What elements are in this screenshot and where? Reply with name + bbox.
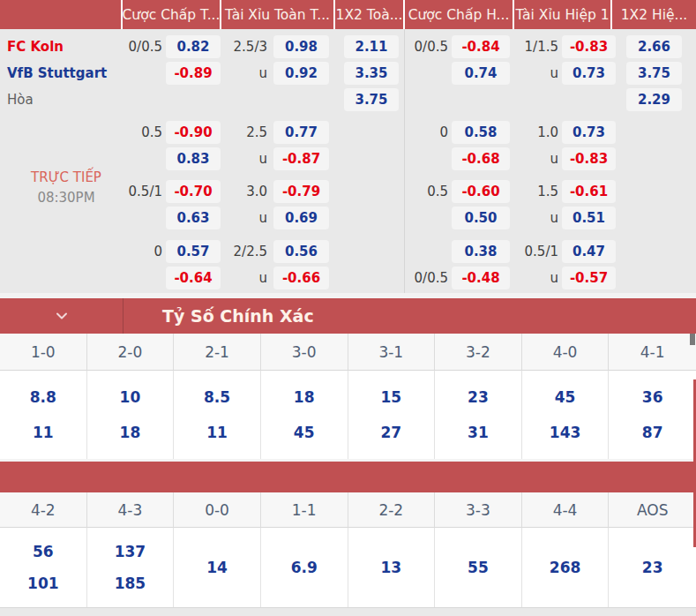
score-label: 4-4 [522, 492, 610, 528]
score-odds-cell[interactable]: 137185 [87, 528, 175, 607]
score-odds-cell[interactable]: 6.9 [261, 528, 348, 607]
odds-cell[interactable]: -0.87 [273, 147, 329, 170]
odds-cell[interactable]: 2.11 [344, 35, 399, 58]
odds-value[interactable]: 8.5 [204, 388, 230, 406]
odds-cell[interactable]: -0.89 [166, 62, 221, 85]
handicap-label: u [510, 62, 558, 85]
odds-cell[interactable]: 0.56 [273, 240, 329, 263]
odds-cell[interactable]: -0.48 [452, 267, 510, 289]
odds-cell[interactable]: -0.57 [562, 267, 616, 289]
odds-cell[interactable]: 0.57 [166, 240, 221, 263]
score-label: 2-0 [87, 334, 175, 371]
odds-value[interactable]: 31 [468, 424, 489, 441]
section-bar[interactable] [0, 462, 696, 492]
column-header-overunder-ft[interactable]: Tài Xỉu Toàn T... [221, 0, 333, 29]
odds-value[interactable]: 6.9 [291, 559, 318, 576]
odds-cell[interactable]: -0.68 [452, 147, 510, 170]
odds-cell[interactable]: 0.50 [452, 207, 510, 229]
column-header-handicap-ht[interactable]: Cược Chấp H... [405, 0, 513, 29]
odds-cell[interactable]: 0.63 [166, 207, 221, 229]
odds-cell[interactable]: -0.61 [562, 180, 616, 203]
odds-value[interactable]: 143 [550, 424, 581, 441]
handicap-label: u [510, 207, 558, 229]
odds-cell[interactable]: 0.83 [166, 147, 221, 170]
column-header-1x2-ht[interactable]: 1X2 Hiệ... [612, 0, 696, 29]
odds-value[interactable]: 27 [380, 424, 401, 441]
score-odds-cell[interactable]: 13 [348, 528, 436, 607]
odds-value[interactable]: 45 [294, 424, 315, 441]
odds-cell[interactable]: -0.83 [562, 35, 616, 58]
odds-value[interactable]: 10 [120, 388, 141, 406]
odds-cell[interactable]: -0.66 [273, 267, 329, 289]
score-odds-cell[interactable]: 55 [435, 528, 522, 607]
odds-cell[interactable]: 0.74 [452, 62, 510, 85]
odds-cell[interactable]: 0.69 [273, 207, 329, 229]
odds-value[interactable]: 23 [642, 559, 663, 576]
odds-cell[interactable]: -0.60 [452, 180, 510, 203]
odds-value[interactable]: 45 [555, 388, 576, 406]
column-header-handicap-ft[interactable]: Cược Chấp T... [123, 0, 220, 29]
odds-cell[interactable]: -0.70 [166, 180, 221, 203]
odds-cell[interactable]: 0.51 [562, 207, 616, 229]
score-odds-cell[interactable]: 268 [522, 528, 610, 607]
bottom-divider [0, 607, 696, 616]
score-odds-cell[interactable]: 56101 [0, 528, 87, 607]
score-odds-cell[interactable]: 1018 [87, 371, 175, 459]
odds-cell[interactable]: -0.83 [562, 147, 616, 170]
odds-cell[interactable]: -0.64 [166, 267, 221, 289]
odds-cell[interactable]: 0.47 [562, 240, 616, 263]
odds-cell[interactable]: 2.66 [626, 35, 682, 58]
odds-value[interactable]: 15 [380, 388, 401, 406]
score-odds-cell[interactable]: 8.811 [0, 371, 87, 459]
scrollbar-thumb[interactable] [690, 334, 695, 345]
chevron-down-icon[interactable] [0, 298, 123, 334]
column-header-1x2-ft[interactable]: 1X2 Toà... [335, 0, 403, 29]
odds-value[interactable]: 18 [120, 424, 141, 441]
odds-value[interactable]: 18 [294, 388, 315, 406]
odds-value[interactable]: 11 [33, 424, 54, 441]
score-odds-cell[interactable]: 1527 [348, 371, 436, 459]
odds-cell[interactable]: 0.73 [562, 121, 616, 144]
odds-value[interactable]: 137 [115, 543, 146, 560]
score-odds-cell[interactable]: 2331 [435, 371, 522, 459]
correct-score-section-header[interactable]: Tỷ Số Chính Xác [0, 298, 696, 334]
odds-value[interactable]: 101 [27, 575, 59, 592]
score-label: 2-2 [348, 492, 436, 528]
odds-value[interactable]: 11 [206, 424, 228, 441]
score-odds-cell[interactable]: 23 [609, 528, 696, 607]
column-header-overunder-h1[interactable]: Tài Xỉu Hiệp 1 [514, 0, 610, 29]
odds-cell[interactable]: 0.77 [273, 121, 329, 144]
odds-value[interactable]: 23 [468, 388, 489, 406]
odds-value[interactable]: 56 [33, 543, 54, 560]
score-odds-cell[interactable]: 3687 [609, 371, 696, 459]
odds-cell[interactable]: 3.35 [344, 62, 399, 85]
odds-value[interactable]: 268 [550, 559, 581, 576]
odds-cell[interactable]: 3.75 [344, 88, 399, 111]
handicap-label: u [216, 207, 267, 229]
odds-cell[interactable]: 0.92 [273, 62, 329, 85]
odds-cell[interactable]: 2.29 [626, 88, 682, 111]
odds-cell[interactable]: 0.98 [273, 35, 329, 58]
odds-value[interactable]: 185 [115, 575, 146, 592]
odds-value[interactable]: 36 [642, 388, 663, 406]
score-odds-cell[interactable]: 8.511 [174, 371, 261, 459]
handicap-label: 0/0.5 [397, 267, 448, 289]
odds-cell[interactable]: -0.90 [166, 121, 221, 144]
odds-cell[interactable]: 3.75 [626, 62, 682, 85]
odds-value[interactable]: 87 [642, 424, 663, 441]
odds-cell[interactable]: -0.84 [452, 35, 510, 58]
odds-value[interactable]: 13 [380, 559, 401, 576]
handicap-label: 0 [397, 121, 448, 144]
odds-cell[interactable]: 0.38 [452, 240, 510, 263]
score-odds-cell[interactable]: 1845 [261, 371, 348, 459]
odds-value[interactable]: 8.8 [30, 388, 56, 406]
odds-value[interactable]: 14 [206, 559, 228, 576]
odds-cell[interactable]: -0.79 [273, 180, 329, 203]
odds-cell[interactable]: 0.58 [452, 121, 510, 144]
odds-value[interactable]: 55 [468, 559, 489, 576]
header-spacer [0, 0, 121, 29]
odds-cell[interactable]: 0.73 [562, 62, 616, 85]
odds-cell[interactable]: 0.82 [166, 35, 221, 58]
score-odds-cell[interactable]: 45143 [522, 371, 610, 459]
score-odds-cell[interactable]: 14 [174, 528, 261, 607]
